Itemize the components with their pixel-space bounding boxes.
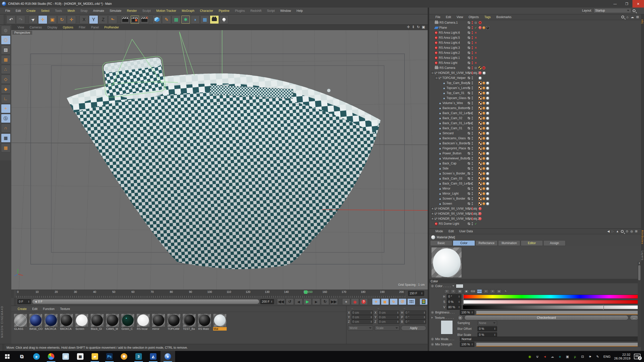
visibility-dots[interactable] (472, 207, 473, 210)
material-thumbnail[interactable] (167, 313, 181, 327)
parent-icon[interactable]: ▲ (616, 230, 619, 233)
material-backca[interactable]: BACKCA (44, 313, 58, 331)
material-backca[interactable]: BACKCA (59, 313, 73, 331)
object-name[interactable]: RS Area Light.4 (439, 41, 460, 44)
status-icon[interactable]: ✕ (474, 41, 477, 44)
object-name[interactable]: Top_Cam_Body (447, 81, 468, 85)
object-name[interactable]: Screen`s_Border (442, 197, 465, 200)
color-expand-icon[interactable] (452, 285, 454, 287)
visibility-dots[interactable] (472, 172, 473, 175)
status-icon[interactable]: ✓ (474, 26, 477, 29)
workplane-lock-button[interactable]: ▦ (1, 133, 11, 143)
layer-icon[interactable] (467, 61, 470, 64)
network-icon[interactable]: ⊡ (580, 354, 585, 359)
next-frame-button[interactable]: ▶ (312, 298, 320, 305)
visibility-dots[interactable] (472, 112, 473, 115)
tweak-mode-button[interactable]: ⌖ (1, 104, 11, 113)
make-editable-button[interactable]: ◍ (1, 26, 11, 35)
object-row[interactable]: ▲Back_Cam_01 (429, 126, 641, 131)
status-icon[interactable]: ✕ (474, 31, 477, 34)
deformer-button[interactable]: ◗ (191, 15, 200, 24)
menu-view[interactable]: View (454, 15, 466, 19)
sphere-tag-icon[interactable] (486, 177, 489, 180)
utorrent-icon[interactable]: µ (573, 354, 577, 359)
phong-tag-icon[interactable] (482, 26, 485, 29)
layer-icon[interactable] (467, 66, 470, 69)
cube-primitive-button[interactable] (152, 15, 162, 24)
material-mat[interactable]: Mat (213, 313, 227, 331)
loop-forward-button[interactable]: ↻ (321, 298, 329, 305)
scale-tool-button[interactable]: ▣ (48, 15, 57, 24)
menu-display[interactable]: Display (45, 26, 60, 29)
phong-tag-icon[interactable] (482, 202, 485, 205)
menu-animate[interactable]: Animate (90, 9, 107, 13)
material-thumbnail[interactable] (213, 313, 227, 327)
visibility-dots[interactable] (472, 197, 473, 200)
object-row[interactable]: RS Area Light.1✕ (429, 55, 641, 60)
material-rs-mate[interactable]: RS Mate (197, 313, 212, 331)
blacksphere-tag-icon[interactable] (486, 26, 489, 29)
maximize-button[interactable]: ❐ (621, 0, 632, 8)
menu-edit[interactable]: Edit (13, 9, 24, 13)
layer-icon[interactable] (467, 217, 470, 220)
sphere-tag-icon[interactable] (486, 132, 489, 135)
record-pla-button[interactable] (407, 298, 415, 305)
keyframe-bullet[interactable] (431, 343, 434, 346)
checker-tag-icon[interactable] (478, 147, 482, 150)
expander-icon[interactable]: + (431, 207, 434, 210)
visibility-dots[interactable] (472, 187, 473, 190)
previous-frame-button[interactable]: ◀ (295, 298, 303, 305)
viewport-label[interactable]: Perspective (12, 31, 32, 35)
search-icon[interactable] (633, 9, 635, 12)
object-name[interactable]: RS Area Light.5 (439, 36, 460, 39)
stepper-icon[interactable]: ▲▼ (370, 316, 372, 319)
material-thumbnail[interactable] (44, 313, 58, 327)
material-cams_m[interactable]: CAMS_M (105, 313, 119, 331)
object-name[interactable]: Back_Cam_02 (442, 116, 462, 120)
object-row[interactable]: ▲Screen`s_Border_2 (429, 171, 641, 176)
photoshop[interactable]: Ps (102, 351, 117, 362)
lock-z-axis-button[interactable]: Z (99, 15, 108, 24)
material-thumbnail[interactable] (152, 313, 165, 327)
checker-tag-icon[interactable] (478, 162, 482, 165)
sphere-tag-icon[interactable] (486, 162, 489, 165)
visibility-dots[interactable] (472, 56, 473, 59)
menu-filter[interactable]: Filter (76, 26, 88, 29)
material-thumbnail[interactable] (198, 313, 211, 327)
brightness-slider[interactable] (476, 310, 638, 314)
workplane-align-button[interactable]: ▦ (1, 143, 11, 152)
object-row[interactable]: RS Dome Light✓ (429, 221, 641, 226)
cloud-icon[interactable]: ☁ (631, 15, 634, 19)
layer-icon[interactable] (467, 31, 470, 34)
pan-icon[interactable]: ✛ (407, 25, 410, 29)
close-button[interactable]: ✕ (632, 0, 644, 8)
menu-edit[interactable]: Edit (29, 307, 40, 311)
object-row[interactable]: ▲Volume`s_Wire (429, 101, 641, 106)
object-row[interactable]: ▲Simcard (429, 131, 641, 136)
layer-icon[interactable] (467, 202, 470, 205)
object-row[interactable]: ▲Mirror_Light (429, 191, 641, 196)
object-row[interactable]: ▲Volumelevel_Button (429, 156, 641, 161)
object-name[interactable]: Volume`s_Wire (442, 101, 463, 105)
visibility-dots[interactable] (472, 81, 473, 84)
layer-icon[interactable] (467, 177, 470, 180)
menu-mesh[interactable]: Mesh (65, 9, 77, 13)
camtag-tag-icon[interactable] (482, 66, 486, 70)
mix-mode-dropdown[interactable]: Normal (460, 337, 638, 341)
visibility-dots[interactable] (472, 212, 473, 215)
phong-tag-icon[interactable] (482, 147, 485, 150)
visibility-dots[interactable] (472, 202, 473, 205)
visibility-dots[interactable] (472, 127, 473, 130)
object-name[interactable]: RS Dome Light (439, 222, 459, 225)
layer-icon[interactable] (467, 187, 470, 190)
texture-arrow-button[interactable]: ▸ (458, 315, 463, 320)
object-row[interactable]: +L⁰HONOR_9X_UVW_NEW.obj.2 (429, 216, 641, 221)
layer-icon[interactable] (467, 97, 470, 100)
layer-icon[interactable] (467, 76, 470, 79)
phong-tag-icon[interactable] (482, 197, 485, 200)
layer-icon[interactable] (467, 147, 470, 150)
layer-icon[interactable] (467, 112, 470, 115)
status-icon[interactable]: ✕ (474, 56, 477, 60)
checker-tag-icon[interactable] (478, 117, 482, 120)
coord-mode-dropdown[interactable]: Scale (375, 326, 400, 331)
